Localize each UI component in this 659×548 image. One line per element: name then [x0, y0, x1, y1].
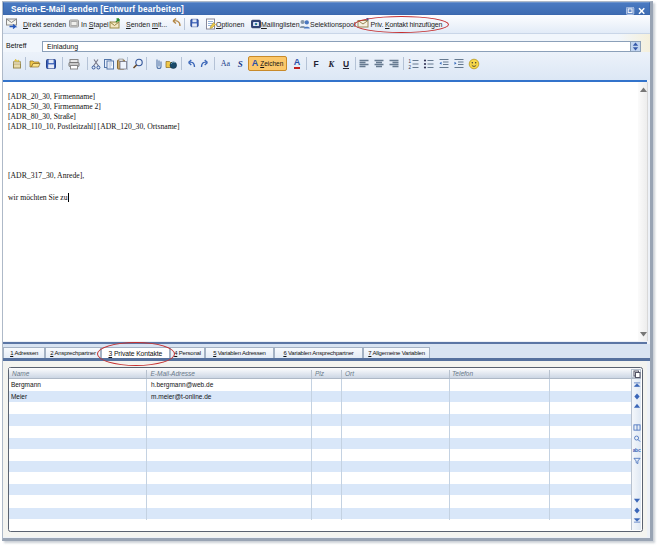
svg-text:1: 1 — [409, 58, 412, 63]
svg-text:2: 2 — [409, 65, 412, 70]
